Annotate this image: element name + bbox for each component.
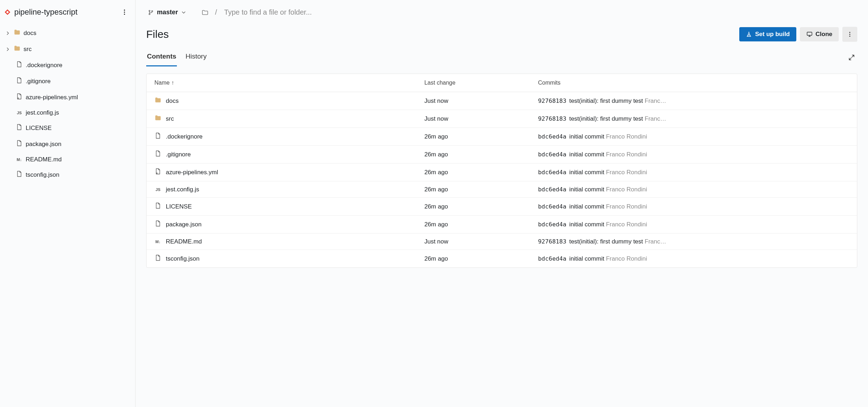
commit-author: Franco Rondini: [606, 203, 647, 210]
folder-icon: [14, 45, 21, 54]
file-icon: [16, 77, 23, 86]
table-row[interactable]: package.json26m agobdc6ed4ainitial commi…: [147, 216, 857, 233]
heading-row: Files Set up build Clone: [136, 22, 868, 42]
table-row[interactable]: M↓README.mdJust now92768183test(initial)…: [147, 233, 857, 250]
tree-item[interactable]: .dockerignore: [3, 57, 132, 73]
setup-build-button[interactable]: Set up build: [739, 27, 796, 41]
tree-item[interactable]: docs: [3, 25, 132, 41]
last-change: Just now: [417, 110, 530, 128]
table-row[interactable]: srcJust now92768183test(initial): first …: [147, 110, 857, 128]
file-name: .gitignore: [166, 151, 191, 158]
file-icon: [16, 140, 23, 149]
file-icon: [154, 150, 162, 159]
commit-hash[interactable]: bdc6ed4a: [538, 133, 566, 140]
monitor-icon: [806, 31, 813, 37]
table-row[interactable]: tsconfig.json26m agobdc6ed4ainitial comm…: [147, 250, 857, 268]
commit-message: test(initial): first dummy test Franc…: [569, 238, 666, 245]
last-change: Just now: [417, 233, 530, 250]
last-change: 26m ago: [417, 164, 530, 181]
tree-item-label: .gitignore: [26, 78, 51, 85]
commit-hash[interactable]: bdc6ed4a: [538, 169, 566, 176]
file-icon: [16, 93, 23, 102]
commit-hash[interactable]: 92768183: [538, 97, 566, 104]
file-name: tsconfig.json: [166, 255, 200, 262]
file-icon: [16, 61, 23, 70]
table-row[interactable]: docsJust now92768183test(initial): first…: [147, 92, 857, 110]
file-name: package.json: [166, 221, 201, 228]
commit-author: Franco Rondini: [606, 221, 647, 228]
branch-selector[interactable]: master: [146, 6, 188, 18]
files-table: Name Last change Commits docsJust now927…: [146, 74, 857, 268]
commit-hash[interactable]: bdc6ed4a: [538, 151, 566, 158]
repo-logo-icon: [4, 8, 11, 16]
tree-item[interactable]: JSjest.config.js: [3, 105, 132, 120]
commit-hash[interactable]: 92768183: [538, 238, 566, 245]
tabs-row: Contents History: [136, 48, 868, 66]
commit-hash[interactable]: bdc6ed4a: [538, 203, 566, 210]
col-header-commits[interactable]: Commits: [530, 74, 857, 92]
repo-title[interactable]: pipeline-typescript: [4, 7, 77, 17]
table-row[interactable]: azure-pipelines.yml26m agobdc6ed4ainitia…: [147, 164, 857, 181]
table-row[interactable]: .dockerignore26m agobdc6ed4ainitial comm…: [147, 128, 857, 146]
tree-item-label: package.json: [26, 141, 61, 148]
commit-author: Franco Rondini: [606, 255, 647, 262]
tree-item[interactable]: package.json: [3, 136, 132, 152]
repo-name: pipeline-typescript: [14, 7, 77, 17]
build-icon: [746, 31, 752, 37]
file-icon: [154, 254, 162, 263]
tree-item[interactable]: LICENSE: [3, 120, 132, 136]
page-title: Files: [146, 28, 169, 40]
file-name: README.md: [166, 238, 202, 245]
tree-item[interactable]: .gitignore: [3, 73, 132, 89]
more-vert-icon: [847, 31, 853, 37]
file-name: azure-pipelines.yml: [166, 169, 218, 176]
folder-icon: [14, 29, 21, 37]
chevron-down-icon: [181, 10, 187, 15]
tab-history[interactable]: History: [185, 48, 207, 66]
tree-item[interactable]: tsconfig.json: [3, 167, 132, 183]
commit-author: Franco Rondini: [606, 151, 647, 158]
sidebar-more-button[interactable]: [119, 6, 130, 18]
branch-icon: [148, 9, 154, 16]
tree-item[interactable]: src: [3, 41, 132, 57]
col-header-name[interactable]: Name: [147, 74, 417, 92]
commit-author: Franco Rondini: [606, 186, 647, 193]
table-row[interactable]: .gitignore26m agobdc6ed4ainitial commit …: [147, 146, 857, 164]
breadcrumb-separator: /: [214, 8, 219, 16]
table-row[interactable]: JSjest.config.js26m agobdc6ed4ainitial c…: [147, 181, 857, 198]
sidebar: pipeline-typescript docssrc.dockerignore…: [0, 0, 136, 407]
last-change: Just now: [417, 92, 530, 110]
commit-message: initial commit Franco Rondini: [569, 203, 647, 210]
file-name: docs: [166, 97, 179, 105]
tree-item-label: src: [24, 46, 32, 53]
page-actions: Set up build Clone: [739, 27, 857, 42]
file-icon: JS: [16, 109, 23, 116]
clone-button[interactable]: Clone: [800, 27, 839, 41]
fullscreen-button[interactable]: [846, 52, 857, 63]
file-icon: [154, 202, 162, 211]
tree-item-label: README.md: [26, 156, 62, 163]
commit-message: initial commit Franco Rondini: [569, 221, 647, 228]
commit-hash[interactable]: bdc6ed4a: [538, 186, 566, 193]
page-more-button[interactable]: [842, 27, 857, 42]
tree-item[interactable]: azure-pipelines.yml: [3, 89, 132, 105]
tab-contents[interactable]: Contents: [146, 48, 177, 66]
file-name: .dockerignore: [166, 133, 203, 140]
commit-hash[interactable]: bdc6ed4a: [538, 255, 566, 262]
commit-hash[interactable]: bdc6ed4a: [538, 221, 566, 228]
tree-item-label: docs: [24, 30, 36, 37]
clone-label: Clone: [816, 31, 832, 38]
path-search-input[interactable]: [224, 7, 857, 18]
last-change: 26m ago: [417, 216, 530, 233]
tree-item-label: azure-pipelines.yml: [26, 94, 78, 101]
col-header-last-change[interactable]: Last change: [417, 74, 530, 92]
tree-item[interactable]: M↓README.md: [3, 152, 132, 167]
commit-message: initial commit Franco Rondini: [569, 169, 647, 176]
last-change: 26m ago: [417, 181, 530, 198]
tree-item-label: jest.config.js: [26, 109, 59, 116]
commit-hash[interactable]: 92768183: [538, 115, 566, 122]
table-row[interactable]: LICENSE26m agobdc6ed4ainitial commit Fra…: [147, 198, 857, 216]
commit-author: Franc…: [645, 97, 666, 104]
topbar: master /: [136, 0, 868, 22]
file-icon: [16, 170, 23, 179]
